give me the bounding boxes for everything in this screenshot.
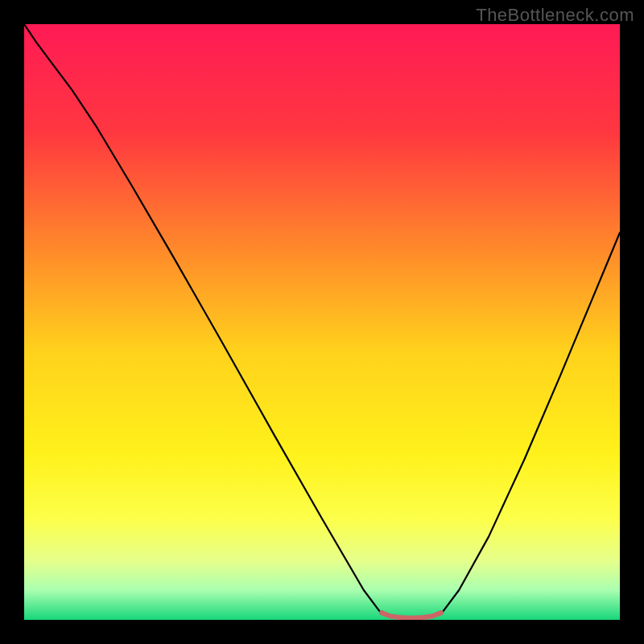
chart-svg: [0, 0, 644, 644]
plot-background: [24, 24, 620, 620]
watermark-text: TheBottleneck.com: [476, 5, 634, 26]
chart-frame: TheBottleneck.com: [0, 0, 644, 644]
